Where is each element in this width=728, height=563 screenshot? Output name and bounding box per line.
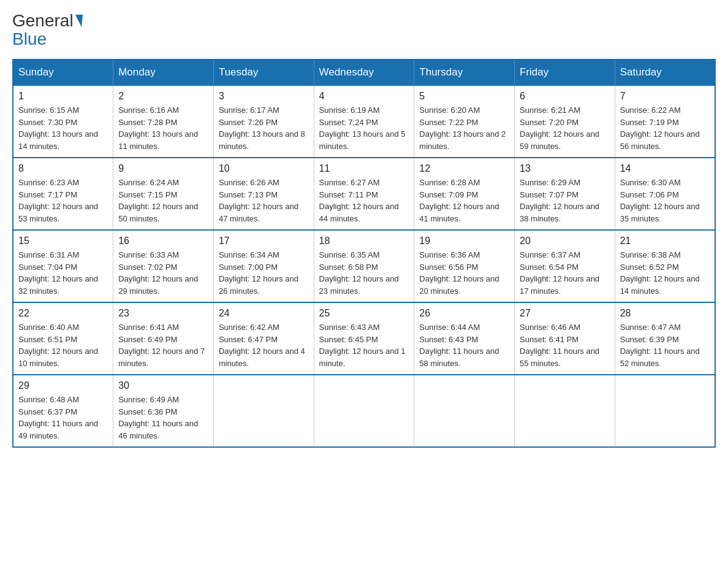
calendar-day-cell: 14 Sunrise: 6:30 AM Sunset: 7:06 PM Dayl… (615, 158, 715, 230)
calendar-day-cell (515, 375, 615, 447)
calendar-week-row: 1 Sunrise: 6:15 AM Sunset: 7:30 PM Dayli… (13, 85, 715, 158)
calendar-day-cell: 15 Sunrise: 6:31 AM Sunset: 7:04 PM Dayl… (13, 230, 113, 302)
day-info: Sunrise: 6:26 AM Sunset: 7:13 PM Dayligh… (219, 177, 309, 224)
day-number: 2 (118, 91, 208, 102)
day-info: Sunrise: 6:27 AM Sunset: 7:11 PM Dayligh… (319, 177, 409, 224)
calendar-day-cell: 28 Sunrise: 6:47 AM Sunset: 6:39 PM Dayl… (615, 302, 715, 375)
day-number: 1 (18, 91, 108, 102)
calendar-day-cell: 19 Sunrise: 6:36 AM Sunset: 6:56 PM Dayl… (414, 230, 515, 302)
calendar-day-cell: 1 Sunrise: 6:15 AM Sunset: 7:30 PM Dayli… (13, 85, 113, 158)
day-number: 10 (219, 163, 309, 174)
calendar-day-cell: 20 Sunrise: 6:37 AM Sunset: 6:54 PM Dayl… (515, 230, 615, 302)
day-info: Sunrise: 6:41 AM Sunset: 6:49 PM Dayligh… (118, 321, 208, 369)
day-info: Sunrise: 6:48 AM Sunset: 6:37 PM Dayligh… (18, 394, 108, 442)
calendar-day-cell: 7 Sunrise: 6:22 AM Sunset: 7:19 PM Dayli… (615, 85, 715, 158)
day-number: 25 (319, 308, 409, 319)
calendar-day-cell: 21 Sunrise: 6:38 AM Sunset: 6:52 PM Dayl… (615, 230, 715, 302)
day-info: Sunrise: 6:19 AM Sunset: 7:24 PM Dayligh… (319, 104, 409, 152)
day-info: Sunrise: 6:16 AM Sunset: 7:28 PM Dayligh… (118, 104, 208, 152)
day-number: 7 (620, 91, 710, 102)
calendar-day-cell: 4 Sunrise: 6:19 AM Sunset: 7:24 PM Dayli… (314, 85, 414, 158)
day-info: Sunrise: 6:46 AM Sunset: 6:41 PM Dayligh… (520, 321, 610, 369)
day-number: 29 (18, 380, 108, 391)
day-number: 13 (520, 163, 610, 174)
logo-blue-label: Blue (12, 29, 47, 48)
calendar-header-saturday: Saturday (615, 59, 715, 85)
day-number: 3 (219, 91, 309, 102)
calendar-week-row: 29 Sunrise: 6:48 AM Sunset: 6:37 PM Dayl… (13, 375, 715, 447)
logo-blue-row: Blue (12, 29, 47, 49)
calendar-day-cell: 29 Sunrise: 6:48 AM Sunset: 6:37 PM Dayl… (13, 375, 113, 447)
day-number: 11 (319, 163, 409, 174)
day-number: 18 (319, 236, 409, 247)
day-info: Sunrise: 6:43 AM Sunset: 6:45 PM Dayligh… (319, 321, 409, 369)
calendar-day-cell: 18 Sunrise: 6:35 AM Sunset: 6:58 PM Dayl… (314, 230, 414, 302)
day-info: Sunrise: 6:35 AM Sunset: 6:58 PM Dayligh… (319, 249, 409, 297)
day-info: Sunrise: 6:47 AM Sunset: 6:39 PM Dayligh… (620, 321, 710, 369)
calendar-day-cell (615, 375, 715, 447)
calendar-header-sunday: Sunday (13, 59, 113, 85)
day-info: Sunrise: 6:24 AM Sunset: 7:15 PM Dayligh… (118, 177, 208, 224)
calendar-header-thursday: Thursday (414, 59, 515, 85)
calendar-header-friday: Friday (515, 59, 615, 85)
day-number: 16 (118, 236, 208, 247)
day-number: 28 (620, 308, 710, 319)
day-info: Sunrise: 6:15 AM Sunset: 7:30 PM Dayligh… (18, 104, 108, 152)
calendar-day-cell: 16 Sunrise: 6:33 AM Sunset: 7:02 PM Dayl… (113, 230, 214, 302)
calendar-week-row: 8 Sunrise: 6:23 AM Sunset: 7:17 PM Dayli… (13, 158, 715, 230)
day-number: 4 (319, 91, 409, 102)
day-number: 19 (419, 236, 509, 247)
day-number: 9 (118, 163, 208, 174)
day-info: Sunrise: 6:28 AM Sunset: 7:09 PM Dayligh… (419, 177, 509, 224)
logo-chevron-icon (74, 15, 83, 27)
day-info: Sunrise: 6:20 AM Sunset: 7:22 PM Dayligh… (419, 104, 509, 152)
day-info: Sunrise: 6:40 AM Sunset: 6:51 PM Dayligh… (18, 321, 108, 369)
calendar-day-cell (213, 375, 314, 447)
calendar-day-cell: 23 Sunrise: 6:41 AM Sunset: 6:49 PM Dayl… (113, 302, 214, 375)
logo-row: General (12, 12, 82, 29)
day-number: 22 (18, 308, 108, 319)
calendar-week-row: 15 Sunrise: 6:31 AM Sunset: 7:04 PM Dayl… (13, 230, 715, 302)
day-number: 26 (419, 308, 509, 319)
day-number: 5 (419, 91, 509, 102)
day-info: Sunrise: 6:29 AM Sunset: 7:07 PM Dayligh… (520, 177, 610, 224)
calendar-day-cell: 17 Sunrise: 6:34 AM Sunset: 7:00 PM Dayl… (213, 230, 314, 302)
day-info: Sunrise: 6:36 AM Sunset: 6:56 PM Dayligh… (419, 249, 509, 297)
calendar-day-cell: 12 Sunrise: 6:28 AM Sunset: 7:09 PM Dayl… (414, 158, 515, 230)
day-info: Sunrise: 6:17 AM Sunset: 7:26 PM Dayligh… (219, 104, 309, 152)
calendar-day-cell: 3 Sunrise: 6:17 AM Sunset: 7:26 PM Dayli… (213, 85, 314, 158)
calendar-day-cell: 25 Sunrise: 6:43 AM Sunset: 6:45 PM Dayl… (314, 302, 414, 375)
page-header: General Blue (12, 12, 716, 49)
day-number: 14 (620, 163, 710, 174)
calendar-day-cell (314, 375, 414, 447)
calendar-header-tuesday: Tuesday (213, 59, 314, 85)
logo: General Blue (12, 12, 82, 49)
day-number: 24 (219, 308, 309, 319)
day-number: 17 (219, 236, 309, 247)
day-info: Sunrise: 6:23 AM Sunset: 7:17 PM Dayligh… (18, 177, 108, 224)
calendar-header-row: SundayMondayTuesdayWednesdayThursdayFrid… (13, 59, 715, 85)
calendar-day-cell: 8 Sunrise: 6:23 AM Sunset: 7:17 PM Dayli… (13, 158, 113, 230)
calendar-day-cell: 10 Sunrise: 6:26 AM Sunset: 7:13 PM Dayl… (213, 158, 314, 230)
day-info: Sunrise: 6:31 AM Sunset: 7:04 PM Dayligh… (18, 249, 108, 297)
calendar-day-cell: 26 Sunrise: 6:44 AM Sunset: 6:43 PM Dayl… (414, 302, 515, 375)
day-number: 21 (620, 236, 710, 247)
day-number: 15 (18, 236, 108, 247)
calendar-day-cell: 27 Sunrise: 6:46 AM Sunset: 6:41 PM Dayl… (515, 302, 615, 375)
day-info: Sunrise: 6:38 AM Sunset: 6:52 PM Dayligh… (620, 249, 710, 297)
day-info: Sunrise: 6:49 AM Sunset: 6:36 PM Dayligh… (118, 394, 208, 442)
logo-general-label: General (12, 12, 74, 29)
day-info: Sunrise: 6:30 AM Sunset: 7:06 PM Dayligh… (620, 177, 710, 224)
day-info: Sunrise: 6:42 AM Sunset: 6:47 PM Dayligh… (219, 321, 309, 369)
day-info: Sunrise: 6:21 AM Sunset: 7:20 PM Dayligh… (520, 104, 610, 152)
calendar-table: SundayMondayTuesdayWednesdayThursdayFrid… (12, 59, 716, 448)
calendar-header-monday: Monday (113, 59, 214, 85)
day-number: 27 (520, 308, 610, 319)
calendar-day-cell (414, 375, 515, 447)
calendar-day-cell: 9 Sunrise: 6:24 AM Sunset: 7:15 PM Dayli… (113, 158, 214, 230)
day-number: 30 (118, 380, 208, 391)
day-info: Sunrise: 6:34 AM Sunset: 7:00 PM Dayligh… (219, 249, 309, 297)
day-number: 6 (520, 91, 610, 102)
calendar-day-cell: 30 Sunrise: 6:49 AM Sunset: 6:36 PM Dayl… (113, 375, 214, 447)
calendar-header-wednesday: Wednesday (314, 59, 414, 85)
